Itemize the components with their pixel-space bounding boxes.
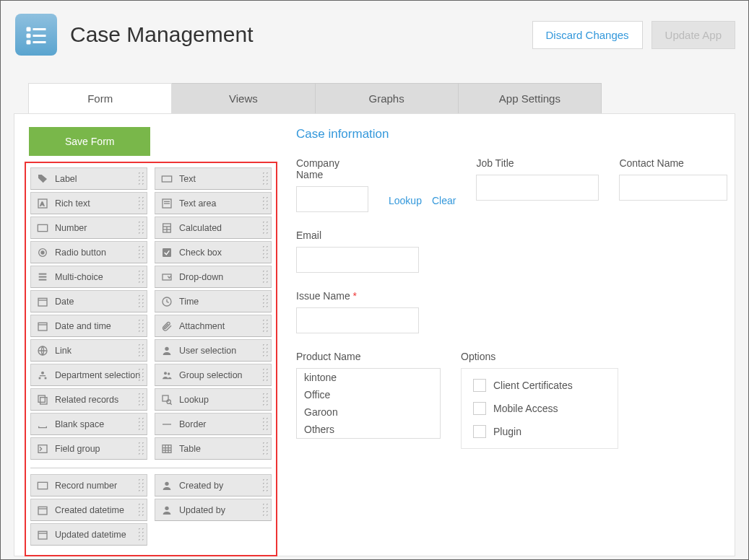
svg-rect-26 — [162, 176, 171, 182]
palette-item-attachment[interactable]: Attachment — [155, 315, 272, 337]
product-option[interactable]: Office — [297, 386, 440, 403]
product-name-listbox[interactable]: kintone Office Garoon Others — [296, 368, 441, 439]
svg-rect-3 — [33, 35, 46, 37]
product-name-label: Product Name — [296, 351, 441, 362]
client-certificates-checkbox[interactable] — [473, 379, 486, 392]
related-records-icon — [34, 394, 51, 406]
palette-item-text-area[interactable]: Text area — [155, 192, 272, 214]
product-option[interactable]: kintone — [297, 369, 440, 386]
radio-button-icon — [34, 247, 51, 258]
tab-views[interactable]: Views — [172, 83, 315, 113]
palette-item-lookup[interactable]: Lookup — [155, 388, 272, 411]
svg-rect-14 — [38, 298, 47, 306]
calculated-icon — [158, 222, 176, 234]
palette-item-link[interactable]: Link — [30, 339, 147, 362]
palette-item-record-number[interactable]: Record number — [30, 474, 147, 496]
product-option[interactable]: Others — [297, 421, 440, 438]
palette-item-drop-down[interactable]: Drop-down — [155, 266, 272, 288]
palette-item-label: Link — [55, 346, 72, 356]
palette-item-label: Updated by — [179, 505, 225, 515]
form-canvas: Case information Company Name Lookup Cle… — [296, 127, 722, 466]
drag-grip-icon — [137, 269, 144, 285]
palette-item-group-selection[interactable]: Group selection — [155, 364, 272, 386]
issue-name-label: Issue Name * — [296, 290, 419, 302]
form-editor: Save Form LabelARich textNumberRadio but… — [14, 113, 735, 556]
drag-grip-icon — [137, 343, 144, 359]
save-form-button[interactable]: Save Form — [29, 127, 150, 156]
company-name-input[interactable] — [296, 186, 368, 212]
plugin-checkbox[interactable] — [473, 425, 486, 438]
lookup-link[interactable]: Lookup — [389, 195, 422, 206]
palette-item-number[interactable]: Number — [30, 216, 147, 239]
drag-grip-icon — [261, 245, 269, 261]
palette-item-label[interactable]: Label — [30, 167, 147, 190]
palette-item-radio-button[interactable]: Radio button — [30, 241, 147, 263]
palette-item-label: Calculated — [179, 223, 222, 233]
drag-grip-icon — [261, 343, 269, 359]
palette-item-label: Radio button — [55, 248, 106, 258]
palette-item-rich-text[interactable]: ARich text — [30, 192, 147, 214]
tab-graphs[interactable]: Graphs — [316, 83, 459, 113]
palette-item-user-selection[interactable]: User selection — [155, 339, 272, 362]
issue-name-input[interactable] — [296, 307, 419, 333]
palette-item-label: Created datetime — [55, 505, 124, 515]
drag-grip-icon — [261, 171, 269, 187]
time-icon — [158, 296, 176, 307]
drag-grip-icon — [137, 441, 144, 457]
palette-item-time[interactable]: Time — [155, 290, 272, 312]
palette-item-created-datetime[interactable]: Created datetime — [30, 499, 147, 521]
palette-item-updated-datetime[interactable]: Updated datetime — [30, 523, 147, 546]
palette-item-department-selection[interactable]: Department selection — [30, 364, 147, 386]
tabs: Form Views Graphs App Settings — [28, 83, 602, 113]
job-title-input[interactable] — [476, 175, 599, 201]
discard-changes-button[interactable]: Discard Changes — [532, 21, 643, 49]
drag-grip-icon — [261, 478, 269, 494]
tab-app-settings[interactable]: App Settings — [459, 83, 602, 113]
date-and-time-icon — [34, 320, 51, 332]
drag-grip-icon — [137, 318, 144, 334]
svg-rect-52 — [38, 531, 47, 539]
palette-item-check-box[interactable]: Check box — [155, 241, 272, 263]
svg-rect-16 — [38, 323, 47, 331]
palette-item-calculated[interactable]: Calculated — [155, 216, 272, 239]
palette-item-date-and-time[interactable]: Date and time — [30, 315, 147, 337]
number-icon — [34, 222, 51, 234]
drag-grip-icon — [261, 502, 269, 518]
palette-item-multi-choice[interactable]: Multi-choice — [30, 266, 147, 288]
svg-point-54 — [165, 481, 168, 485]
section-title: Case information — [296, 127, 722, 141]
palette-item-created-by[interactable]: Created by — [155, 474, 272, 496]
svg-rect-11 — [39, 273, 47, 274]
palette-item-table[interactable]: Table — [155, 437, 272, 460]
drag-grip-icon — [137, 245, 144, 261]
palette-item-label: Check box — [179, 248, 222, 258]
svg-point-10 — [41, 251, 44, 254]
clear-link[interactable]: Clear — [432, 195, 456, 206]
tab-form[interactable]: Form — [28, 83, 172, 113]
drag-grip-icon — [137, 171, 144, 187]
option-label: Plugin — [493, 426, 521, 437]
palette-item-label: Drop-down — [179, 272, 223, 282]
palette-item-blank-space[interactable]: Blank space — [30, 413, 147, 435]
text-area-icon — [158, 198, 176, 209]
date-icon — [34, 296, 51, 307]
app-title: Case Management — [70, 22, 253, 47]
mobile-access-checkbox[interactable] — [473, 402, 486, 415]
svg-rect-2 — [27, 34, 31, 38]
palette-item-related-records[interactable]: Related records — [30, 388, 147, 411]
contact-name-input[interactable] — [619, 175, 727, 201]
company-name-label: Company Name — [296, 157, 368, 180]
palette-item-text[interactable]: Text — [155, 167, 272, 190]
lookup-icon — [158, 394, 176, 406]
palette-item-field-group[interactable]: Field group — [30, 437, 147, 460]
updated-datetime-icon — [34, 529, 51, 541]
product-option[interactable]: Garoon — [297, 403, 440, 421]
svg-rect-5 — [33, 41, 46, 43]
table-icon — [158, 443, 176, 455]
palette-item-updated-by[interactable]: Updated by — [155, 499, 272, 521]
drag-grip-icon — [137, 367, 144, 383]
palette-item-label: Group selection — [179, 370, 243, 380]
email-input[interactable] — [296, 247, 419, 273]
palette-item-border[interactable]: Border — [155, 413, 272, 435]
palette-item-date[interactable]: Date — [30, 290, 147, 312]
